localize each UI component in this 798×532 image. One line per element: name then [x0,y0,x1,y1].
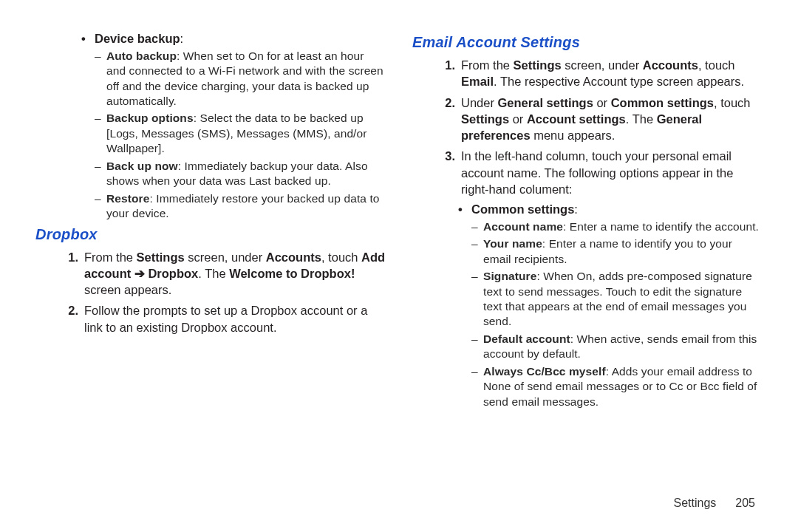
dropbox-step-1: 1. From the Settings screen, under Accou… [58,249,386,299]
left-column: • Device backup: – Auto backup: When set… [35,30,386,492]
two-column-layout: • Device backup: – Auto backup: When set… [35,30,763,492]
arrow-icon: ➔ [131,267,148,280]
dropbox-step-2: 2. Follow the prompts to set up a Dropbo… [58,302,386,335]
dash-signature: – Signature: When On, adds pre-composed … [471,269,763,330]
bullet-device-backup: • Device backup: [81,31,386,47]
dash-your-name: – Your name: Enter a name to identify yo… [471,236,763,267]
dash-back-up-now: – Back up now: Immediately backup your d… [95,159,386,189]
dash-always-cc-bcc: – Always Cc/Bcc myself: Adds your email … [471,364,763,409]
email-step-2: 2. Under General settings or Common sett… [434,95,763,144]
email-step-3: 3. In the left-hand column, touch your p… [434,148,763,197]
dash-default-account: – Default account: When active, sends em… [471,332,763,362]
footer-section: Settings [673,497,716,509]
page-footer: Settings205 [35,492,763,510]
dash-restore: – Restore: Immediately restore your back… [95,191,386,222]
label-common-settings: Common settings [471,202,574,216]
heading-email-account-settings: Email Account Settings [412,34,763,51]
dash-backup-options: – Backup options: Select the data to be … [95,111,386,156]
dash-account-name: – Account name: Enter a name to identify… [471,219,763,234]
label-device-backup: Device backup [95,32,180,45]
manual-page: • Device backup: – Auto backup: When set… [0,0,798,532]
heading-dropbox: Dropbox [35,226,386,243]
email-step-1: 1. From the Settings screen, under Accou… [434,57,763,90]
right-column: Email Account Settings 1. From the Setti… [412,30,763,492]
dash-auto-backup: – Auto backup: When set to On for at lea… [95,49,386,109]
footer-page-number: 205 [735,497,755,509]
bullet-common-settings: • Common settings: [458,202,763,217]
